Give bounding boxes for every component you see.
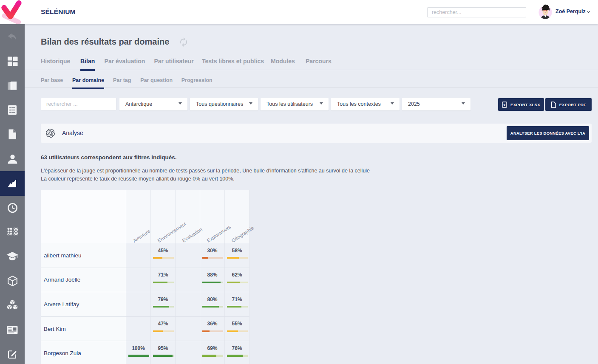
svg-text:x: x [503,103,505,107]
